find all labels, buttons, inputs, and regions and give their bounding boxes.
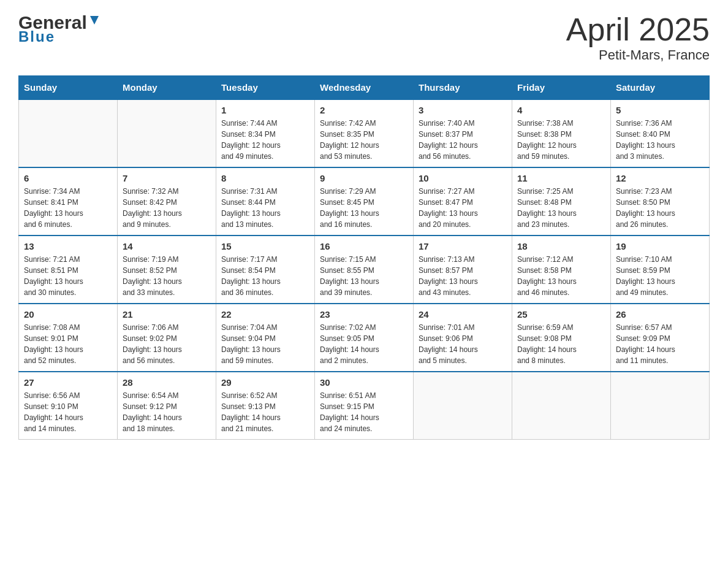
calendar-week-row: 1Sunrise: 7:44 AM Sunset: 8:34 PM Daylig… bbox=[19, 99, 710, 167]
day-info: Sunrise: 7:42 AM Sunset: 8:35 PM Dayligh… bbox=[320, 118, 408, 162]
header: General Blue April 2025 Petit-Mars, Fran… bbox=[18, 12, 710, 63]
calendar-cell: 24Sunrise: 7:01 AM Sunset: 9:06 PM Dayli… bbox=[414, 304, 512, 372]
logo-area: General Blue bbox=[18, 12, 100, 45]
day-number: 23 bbox=[320, 309, 408, 320]
day-info: Sunrise: 7:04 AM Sunset: 9:04 PM Dayligh… bbox=[221, 322, 309, 366]
calendar-cell: 10Sunrise: 7:27 AM Sunset: 8:47 PM Dayli… bbox=[414, 167, 512, 236]
calendar-cell: 25Sunrise: 6:59 AM Sunset: 9:08 PM Dayli… bbox=[512, 304, 611, 372]
calendar-cell: 11Sunrise: 7:25 AM Sunset: 8:48 PM Dayli… bbox=[512, 167, 611, 236]
day-number: 16 bbox=[320, 241, 408, 251]
day-number: 30 bbox=[320, 377, 408, 388]
day-info: Sunrise: 7:06 AM Sunset: 9:02 PM Dayligh… bbox=[123, 322, 211, 366]
day-number: 10 bbox=[419, 173, 507, 183]
title-area: April 2025 Petit-Mars, France bbox=[566, 12, 710, 63]
calendar-cell: 13Sunrise: 7:21 AM Sunset: 8:51 PM Dayli… bbox=[19, 236, 118, 304]
day-number: 2 bbox=[320, 105, 408, 115]
calendar-table: SundayMondayTuesdayWednesdayThursdayFrid… bbox=[18, 75, 710, 440]
weekday-header-row: SundayMondayTuesdayWednesdayThursdayFrid… bbox=[19, 76, 710, 100]
day-number: 1 bbox=[221, 105, 309, 115]
calendar-cell: 9Sunrise: 7:29 AM Sunset: 8:45 PM Daylig… bbox=[315, 167, 414, 236]
day-info: Sunrise: 7:10 AM Sunset: 8:59 PM Dayligh… bbox=[616, 254, 704, 298]
calendar-cell: 12Sunrise: 7:23 AM Sunset: 8:50 PM Dayli… bbox=[611, 167, 710, 236]
month-title: April 2025 bbox=[566, 12, 710, 47]
calendar-cell: 28Sunrise: 6:54 AM Sunset: 9:12 PM Dayli… bbox=[118, 372, 216, 440]
calendar-cell: 6Sunrise: 7:34 AM Sunset: 8:41 PM Daylig… bbox=[19, 167, 118, 236]
day-number: 21 bbox=[123, 309, 211, 320]
calendar-cell: 29Sunrise: 6:52 AM Sunset: 9:13 PM Dayli… bbox=[216, 372, 315, 440]
day-info: Sunrise: 7:25 AM Sunset: 8:48 PM Dayligh… bbox=[517, 186, 605, 230]
calendar-cell: 30Sunrise: 6:51 AM Sunset: 9:15 PM Dayli… bbox=[315, 372, 414, 440]
calendar-cell: 1Sunrise: 7:44 AM Sunset: 8:34 PM Daylig… bbox=[216, 99, 315, 167]
day-number: 27 bbox=[24, 377, 112, 388]
day-info: Sunrise: 7:17 AM Sunset: 8:54 PM Dayligh… bbox=[221, 254, 309, 298]
day-info: Sunrise: 7:02 AM Sunset: 9:05 PM Dayligh… bbox=[320, 322, 408, 366]
weekday-header-saturday: Saturday bbox=[611, 76, 710, 100]
day-info: Sunrise: 6:51 AM Sunset: 9:15 PM Dayligh… bbox=[320, 390, 408, 434]
day-info: Sunrise: 7:38 AM Sunset: 8:38 PM Dayligh… bbox=[517, 118, 605, 162]
day-info: Sunrise: 7:29 AM Sunset: 8:45 PM Dayligh… bbox=[320, 186, 408, 230]
calendar-cell: 21Sunrise: 7:06 AM Sunset: 9:02 PM Dayli… bbox=[118, 304, 216, 372]
day-number: 4 bbox=[517, 105, 605, 115]
day-number: 3 bbox=[419, 105, 507, 115]
day-info: Sunrise: 7:40 AM Sunset: 8:37 PM Dayligh… bbox=[419, 118, 507, 162]
calendar-cell: 17Sunrise: 7:13 AM Sunset: 8:57 PM Dayli… bbox=[414, 236, 512, 304]
day-number: 19 bbox=[616, 241, 704, 251]
day-info: Sunrise: 7:13 AM Sunset: 8:57 PM Dayligh… bbox=[419, 254, 507, 298]
day-number: 25 bbox=[517, 309, 605, 320]
calendar-week-row: 27Sunrise: 6:56 AM Sunset: 9:10 PM Dayli… bbox=[19, 372, 710, 440]
day-info: Sunrise: 7:21 AM Sunset: 8:51 PM Dayligh… bbox=[24, 254, 112, 298]
calendar-cell bbox=[19, 99, 118, 167]
calendar-week-row: 6Sunrise: 7:34 AM Sunset: 8:41 PM Daylig… bbox=[19, 167, 710, 236]
calendar-cell: 16Sunrise: 7:15 AM Sunset: 8:55 PM Dayli… bbox=[315, 236, 414, 304]
day-info: Sunrise: 7:01 AM Sunset: 9:06 PM Dayligh… bbox=[419, 322, 507, 366]
calendar-cell: 5Sunrise: 7:36 AM Sunset: 8:40 PM Daylig… bbox=[611, 99, 710, 167]
day-info: Sunrise: 6:57 AM Sunset: 9:09 PM Dayligh… bbox=[616, 322, 704, 366]
day-number: 7 bbox=[123, 173, 211, 183]
calendar-cell bbox=[512, 372, 611, 440]
day-info: Sunrise: 7:31 AM Sunset: 8:44 PM Dayligh… bbox=[221, 186, 309, 230]
day-info: Sunrise: 7:32 AM Sunset: 8:42 PM Dayligh… bbox=[123, 186, 211, 230]
weekday-header-tuesday: Tuesday bbox=[216, 76, 315, 100]
calendar-cell: 3Sunrise: 7:40 AM Sunset: 8:37 PM Daylig… bbox=[414, 99, 512, 167]
svg-marker-0 bbox=[90, 16, 99, 25]
day-info: Sunrise: 7:27 AM Sunset: 8:47 PM Dayligh… bbox=[419, 186, 507, 230]
weekday-header-wednesday: Wednesday bbox=[315, 76, 414, 100]
logo-word2: Blue bbox=[18, 28, 55, 45]
day-info: Sunrise: 7:15 AM Sunset: 8:55 PM Dayligh… bbox=[320, 254, 408, 298]
day-number: 28 bbox=[123, 377, 211, 388]
calendar-cell bbox=[414, 372, 512, 440]
day-number: 29 bbox=[221, 377, 309, 388]
calendar-cell: 2Sunrise: 7:42 AM Sunset: 8:35 PM Daylig… bbox=[315, 99, 414, 167]
calendar-cell: 14Sunrise: 7:19 AM Sunset: 8:52 PM Dayli… bbox=[118, 236, 216, 304]
day-number: 17 bbox=[419, 241, 507, 251]
day-number: 18 bbox=[517, 241, 605, 251]
calendar-cell: 20Sunrise: 7:08 AM Sunset: 9:01 PM Dayli… bbox=[19, 304, 118, 372]
calendar-cell: 8Sunrise: 7:31 AM Sunset: 8:44 PM Daylig… bbox=[216, 167, 315, 236]
day-info: Sunrise: 6:56 AM Sunset: 9:10 PM Dayligh… bbox=[24, 390, 112, 434]
day-info: Sunrise: 6:52 AM Sunset: 9:13 PM Dayligh… bbox=[221, 390, 309, 434]
calendar-cell: 7Sunrise: 7:32 AM Sunset: 8:42 PM Daylig… bbox=[118, 167, 216, 236]
day-info: Sunrise: 7:34 AM Sunset: 8:41 PM Dayligh… bbox=[24, 186, 112, 230]
day-number: 13 bbox=[24, 241, 112, 251]
day-info: Sunrise: 7:44 AM Sunset: 8:34 PM Dayligh… bbox=[221, 118, 309, 162]
calendar-week-row: 20Sunrise: 7:08 AM Sunset: 9:01 PM Dayli… bbox=[19, 304, 710, 372]
calendar-week-row: 13Sunrise: 7:21 AM Sunset: 8:51 PM Dayli… bbox=[19, 236, 710, 304]
calendar-cell bbox=[118, 99, 216, 167]
weekday-header-sunday: Sunday bbox=[19, 76, 118, 100]
day-info: Sunrise: 6:54 AM Sunset: 9:12 PM Dayligh… bbox=[123, 390, 211, 434]
day-info: Sunrise: 7:12 AM Sunset: 8:58 PM Dayligh… bbox=[517, 254, 605, 298]
day-number: 26 bbox=[616, 309, 704, 320]
day-info: Sunrise: 6:59 AM Sunset: 9:08 PM Dayligh… bbox=[517, 322, 605, 366]
day-number: 12 bbox=[616, 173, 704, 183]
day-number: 22 bbox=[221, 309, 309, 320]
calendar-cell: 18Sunrise: 7:12 AM Sunset: 8:58 PM Dayli… bbox=[512, 236, 611, 304]
calendar-cell: 4Sunrise: 7:38 AM Sunset: 8:38 PM Daylig… bbox=[512, 99, 611, 167]
logo-triangle-icon bbox=[89, 15, 100, 28]
day-number: 15 bbox=[221, 241, 309, 251]
weekday-header-friday: Friday bbox=[512, 76, 611, 100]
day-number: 6 bbox=[24, 173, 112, 183]
day-number: 9 bbox=[320, 173, 408, 183]
location-title: Petit-Mars, France bbox=[566, 47, 710, 63]
calendar-cell: 23Sunrise: 7:02 AM Sunset: 9:05 PM Dayli… bbox=[315, 304, 414, 372]
weekday-header-monday: Monday bbox=[118, 76, 216, 100]
